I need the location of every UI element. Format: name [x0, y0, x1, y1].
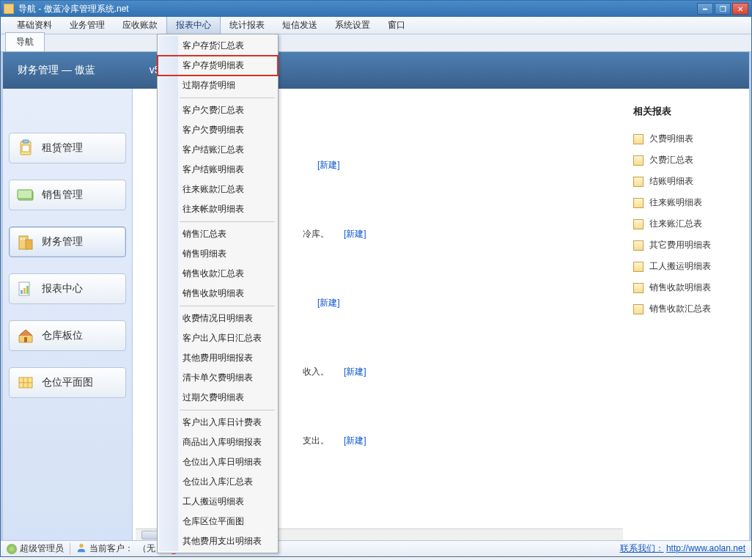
new-link[interactable]: [新建]	[344, 435, 366, 447]
sidebar-label: 仓位平面图	[42, 376, 93, 389]
client-icon	[76, 542, 86, 555]
related-report-item[interactable]: 结账明细表	[633, 171, 742, 192]
sidebar-warehouse-slot[interactable]: 仓库板位	[9, 320, 126, 351]
dropdown-item[interactable]: 仓位出入库汇总表	[158, 472, 278, 492]
related-report-label: 往来账汇总表	[649, 218, 702, 230]
dropdown-item[interactable]: 销售汇总表	[158, 224, 278, 244]
related-report-label: 销售收款汇总表	[649, 303, 711, 315]
svg-rect-9	[23, 238, 25, 240]
grid-icon	[17, 374, 34, 391]
dropdown-item[interactable]: 客户存货明细表	[158, 56, 278, 75]
dropdown-item[interactable]: 往来账款汇总表	[158, 180, 278, 199]
svg-rect-11	[21, 290, 23, 294]
related-report-item[interactable]: 欠费明细表	[633, 128, 742, 150]
house-icon	[17, 327, 34, 345]
svg-rect-13	[26, 286, 29, 294]
menu-应收账款[interactable]: 应收账款	[114, 17, 166, 34]
dropdown-item[interactable]: 销售明细表	[158, 244, 278, 264]
menubar: 基础资料业务管理应收账款报表中心统计报表短信发送系统设置窗口	[1, 17, 751, 34]
dropdown-item[interactable]: 客户出入库日计费表	[158, 413, 278, 432]
related-report-item[interactable]: 工人搬运明细表	[633, 256, 742, 277]
dropdown-item[interactable]: 工人搬运明细表	[158, 492, 278, 512]
tab-navigation[interactable]: 导航	[5, 32, 45, 51]
window-title: 导航 - 傲蓝冷库管理系统.net	[18, 3, 697, 15]
sidebar-label: 仓库板位	[42, 329, 83, 342]
related-report-label: 销售收款明细表	[649, 281, 711, 294]
dropdown-item[interactable]: 商品出入库明细报表	[158, 432, 278, 452]
dropdown-item[interactable]: 销售收款明细表	[158, 284, 278, 303]
related-report-item[interactable]: 往来账明细表	[633, 192, 742, 213]
report-center-dropdown: 客户存货汇总表客户存货明细表过期存货明细客户欠费汇总表客户欠费明细表客户结账汇总…	[157, 34, 279, 553]
menu-窗口[interactable]: 窗口	[379, 17, 414, 34]
related-report-label: 往来账明细表	[649, 196, 702, 209]
maximize-button[interactable]: ❐	[715, 3, 731, 15]
row-text: 收入。	[303, 366, 329, 378]
sidebar-label: 财务管理	[42, 235, 83, 248]
related-report-item[interactable]: 销售收款明细表	[633, 277, 742, 298]
dropdown-item[interactable]: 清卡单欠费明细表	[158, 368, 278, 388]
close-button[interactable]: ✕	[732, 3, 748, 15]
sidebar-finance-mgmt[interactable]: 财务管理	[9, 226, 126, 257]
menu-短信发送[interactable]: 短信发送	[273, 17, 326, 34]
sidebar-report-center[interactable]: 报表中心	[9, 273, 126, 304]
money-icon	[17, 186, 34, 204]
sidebar-label: 销售管理	[42, 188, 83, 202]
menu-业务管理[interactable]: 业务管理	[61, 17, 114, 34]
related-report-label: 欠费明细表	[649, 133, 693, 145]
app-icon	[4, 4, 14, 14]
svg-rect-5	[18, 190, 32, 199]
svg-rect-7	[26, 240, 32, 249]
dropdown-item[interactable]: 客户结账汇总表	[158, 140, 278, 160]
sidebar-sales-mgmt[interactable]: 销售管理	[9, 180, 126, 210]
dropdown-item[interactable]: 收费情况日明细表	[158, 309, 278, 328]
dropdown-item[interactable]: 其他费用明细报表	[158, 348, 278, 368]
dropdown-item[interactable]: 客户出入库日汇总表	[158, 328, 278, 348]
sidebar-label: 租赁管理	[42, 141, 83, 155]
new-link[interactable]: [新建]	[344, 228, 366, 240]
sidebar-label: 报表中心	[42, 282, 83, 295]
dropdown-item[interactable]: 客户存货汇总表	[158, 36, 278, 56]
menu-报表中心[interactable]: 报表中心	[166, 17, 221, 34]
dropdown-item[interactable]: 往来帐款明细表	[158, 199, 278, 219]
contact-label: 联系我们：	[620, 543, 664, 553]
dropdown-item[interactable]: 客户结账明细表	[158, 160, 278, 180]
svg-rect-12	[23, 288, 26, 294]
menu-基础资料[interactable]: 基础资料	[8, 17, 61, 34]
related-reports-panel: 相关报表 欠费明细表欠费汇总表结账明细表往来账明细表往来账汇总表其它费用明细表工…	[626, 52, 749, 540]
report-icon	[633, 240, 644, 251]
sidebar-rent-mgmt[interactable]: 租赁管理	[9, 133, 126, 163]
new-link[interactable]: [新建]	[317, 159, 340, 172]
menu-系统设置[interactable]: 系统设置	[326, 17, 379, 34]
related-report-item[interactable]: 其它费用明细表	[633, 235, 742, 256]
related-report-item[interactable]: 欠费汇总表	[633, 150, 742, 171]
report-icon	[633, 283, 644, 293]
chart-icon	[17, 280, 34, 298]
minimize-button[interactable]: ━	[697, 3, 713, 15]
header-text: 财务管理 — 傲蓝	[18, 64, 95, 75]
sidebar-slot-plan[interactable]: 仓位平面图	[9, 367, 126, 398]
related-report-item[interactable]: 销售收款汇总表	[633, 298, 742, 320]
current-user: 超级管理员	[20, 542, 64, 555]
dropdown-item[interactable]: 客户欠费明细表	[158, 120, 278, 140]
new-link[interactable]: [新建]	[344, 366, 366, 378]
contact-link[interactable]: http://www.aolan.net	[666, 543, 745, 553]
related-reports-title: 相关报表	[633, 105, 742, 118]
dropdown-item[interactable]: 仓位出入库日明细表	[158, 452, 278, 472]
dropdown-item[interactable]: 过期欠费明细表	[158, 388, 278, 408]
related-report-item[interactable]: 往来账汇总表	[633, 213, 742, 235]
dropdown-item[interactable]: 仓库区位平面图	[158, 512, 278, 531]
related-report-label: 工人搬运明细表	[649, 260, 711, 273]
svg-rect-8	[21, 238, 22, 240]
dropdown-item[interactable]: 客户欠费汇总表	[158, 100, 278, 120]
user-icon	[7, 544, 17, 554]
dropdown-item[interactable]: 其他费用支出明细表	[158, 531, 278, 551]
dropdown-item[interactable]: 过期存货明细	[158, 75, 278, 95]
menu-统计报表[interactable]: 统计报表	[221, 17, 273, 34]
new-link[interactable]: [新建]	[317, 297, 340, 309]
building-icon	[17, 233, 34, 251]
svg-rect-2	[22, 145, 29, 152]
current-client-label: 当前客户：	[89, 542, 133, 555]
related-report-label: 其它费用明细表	[649, 239, 711, 251]
svg-rect-14	[24, 337, 27, 342]
dropdown-item[interactable]: 销售收款汇总表	[158, 264, 278, 284]
